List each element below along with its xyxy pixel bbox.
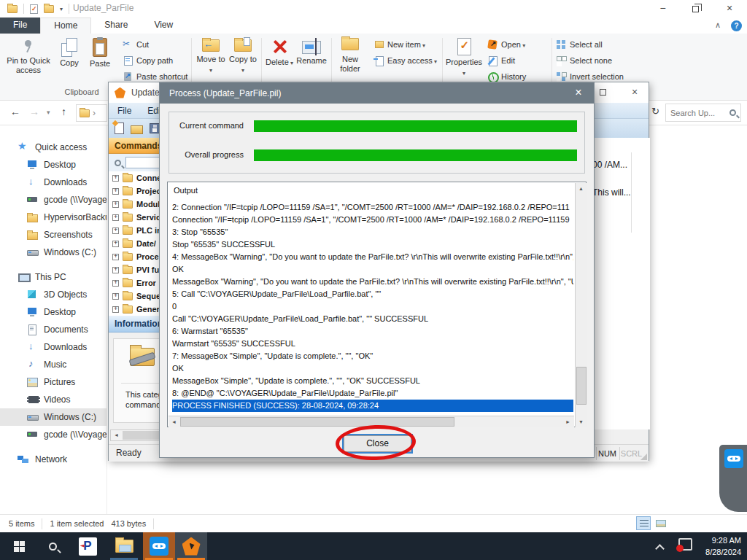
expand-icon[interactable] (112, 293, 119, 300)
save-icon[interactable] (150, 123, 160, 133)
thumbnails-view-button[interactable] (653, 516, 667, 530)
expand-icon[interactable] (112, 228, 119, 234)
tab-file[interactable]: File (0, 18, 40, 34)
copy-to-button[interactable]: Copy to (228, 36, 258, 75)
sidebar-item-windows-c-selected[interactable]: Windows (C:) (0, 408, 107, 426)
pil-close-button[interactable]: × (624, 85, 646, 101)
expand-icon[interactable] (112, 254, 119, 260)
collapse-ribbon-icon[interactable]: ∧ (715, 20, 721, 30)
scroll-down-icon[interactable]: ▼ (578, 417, 584, 427)
start-button[interactable] (3, 532, 35, 560)
sidebar-item-network[interactable]: Network (0, 451, 107, 468)
expand-icon[interactable] (112, 241, 119, 247)
dialog-close-icon[interactable]: × (566, 83, 591, 104)
expand-icon[interactable] (112, 188, 119, 195)
resize-grip[interactable] (640, 454, 647, 460)
sidebar-item-gcode-2[interactable]: gcode (\\Voyage (0, 426, 107, 443)
output-panel: Output 2: Connection "/IF=tcpip /LOPO=11… (167, 182, 587, 427)
tab-share[interactable]: Share (91, 18, 141, 34)
sidebar-item-desktop[interactable]: Desktop (0, 156, 107, 174)
expand-icon[interactable] (112, 175, 119, 182)
sidebar-item-documents[interactable]: Documents (0, 321, 107, 338)
new-folder-button[interactable]: New folder (334, 36, 366, 74)
cut-button[interactable]: Cut (123, 38, 149, 51)
command-text-fragment: 00 /AM... (592, 160, 627, 170)
sidebar-item-icon (18, 272, 29, 282)
taskbar-pil-button[interactable] (175, 532, 207, 560)
num-lock-indicator: NUM (596, 447, 618, 460)
qat-properties-icon[interactable] (30, 4, 38, 14)
forward-icon[interactable]: → (29, 106, 39, 117)
clock-time: 9:28 AM (689, 534, 741, 546)
scrollbar-thumb[interactable] (180, 417, 454, 427)
easy-access-button[interactable]: Easy access (374, 54, 437, 67)
refresh-icon[interactable]: ↻ (651, 106, 659, 117)
expand-icon[interactable] (112, 267, 119, 273)
open-button[interactable]: Open (487, 38, 525, 51)
menu-item[interactable]: File (117, 106, 131, 116)
sidebar-item-quick-access[interactable]: Quick access (0, 139, 107, 156)
copy-path-button[interactable]: Copy path (123, 54, 173, 67)
tab-view[interactable]: View (141, 18, 186, 34)
edit-icon (487, 55, 498, 66)
breadcrumb[interactable]: › (76, 104, 107, 122)
sidebar-item-pictures[interactable]: Pictures (0, 373, 107, 391)
qat-customize-chevron-icon[interactable]: ▾ (60, 6, 63, 12)
taskbar-clock[interactable]: 9:28 AM 8/28/2024 (689, 534, 741, 558)
expand-icon[interactable] (112, 214, 119, 221)
sidebar-item-windows-c[interactable]: Windows (C:) (0, 244, 107, 261)
sidebar-item-gcode[interactable]: gcode (\\Voyage (0, 191, 107, 209)
sidebar-item-hypervisorbackup[interactable]: HypervisorBacku (0, 209, 107, 226)
history-chevron-icon[interactable]: ▾ (47, 109, 50, 116)
sidebar-item-music[interactable]: Music (0, 356, 107, 373)
minimize-button[interactable]: − (646, 0, 679, 18)
expand-icon[interactable] (112, 201, 119, 208)
sidebar-item-this-pc[interactable]: This PC (0, 268, 107, 286)
up-icon[interactable]: ↑ (61, 106, 66, 117)
new-file-icon[interactable] (115, 122, 124, 134)
copy-button[interactable]: Copy (54, 36, 85, 68)
taskbar-app-p-button[interactable]: P (71, 532, 104, 560)
pil-maximize-button[interactable] (592, 85, 614, 101)
close-button[interactable]: × (712, 0, 747, 18)
search-input[interactable]: Search Up... (665, 104, 741, 122)
qat-folder-icon[interactable] (44, 5, 54, 13)
sidebar-item-3d-objects[interactable]: 3D Objects (0, 286, 107, 303)
back-icon[interactable]: ← (10, 106, 20, 117)
sidebar-item-screenshots[interactable]: Screenshots (0, 226, 107, 244)
folder-icon (123, 266, 133, 274)
edit-button[interactable]: Edit (487, 54, 515, 67)
scroll-up-icon[interactable]: ▲ (578, 184, 584, 194)
paste-button[interactable]: Paste (85, 36, 115, 69)
current-command-label: Current command (170, 121, 244, 130)
properties-button[interactable]: Properties (445, 36, 483, 78)
pin-to-quick-access-button[interactable]: Pin to Quick access (4, 36, 53, 75)
details-view-button[interactable] (636, 516, 651, 530)
taskbar-search-button[interactable] (36, 532, 69, 560)
teamviewer-side-panel-tab[interactable] (719, 445, 747, 512)
scroll-left-icon[interactable]: ◄ (114, 430, 119, 440)
tab-home[interactable]: Home (40, 18, 91, 34)
select-all-button[interactable]: Select all (556, 38, 603, 51)
sidebar-item-videos[interactable]: Videos (0, 391, 107, 408)
delete-button[interactable]: Delete (264, 36, 295, 68)
sidebar-item-downloads-2[interactable]: Downloads (0, 338, 107, 356)
rename-button[interactable]: Rename (295, 36, 328, 66)
open-file-icon[interactable] (131, 125, 143, 134)
windows-logo-icon (14, 541, 25, 552)
move-to-button[interactable]: ← Move to (196, 36, 226, 75)
expand-icon[interactable] (112, 280, 119, 287)
scroll-right-icon[interactable]: ► (565, 417, 570, 427)
output-vertical-scrollbar[interactable]: ▲ ▼ (575, 183, 587, 427)
taskbar-explorer-button[interactable] (108, 532, 140, 560)
scroll-left-icon[interactable]: ◄ (171, 417, 177, 427)
help-icon[interactable]: ? (731, 20, 742, 31)
select-none-button[interactable]: Select none (556, 54, 612, 67)
taskbar-teamviewer-button[interactable] (143, 532, 175, 560)
restore-button[interactable] (679, 0, 712, 18)
new-item-button[interactable]: New item (374, 38, 425, 51)
scrollbar-thumb[interactable] (576, 367, 587, 405)
sidebar-item-desktop-2[interactable]: Desktop (0, 303, 107, 321)
expand-icon[interactable] (112, 306, 119, 313)
sidebar-item-downloads[interactable]: Downloads (0, 174, 107, 191)
